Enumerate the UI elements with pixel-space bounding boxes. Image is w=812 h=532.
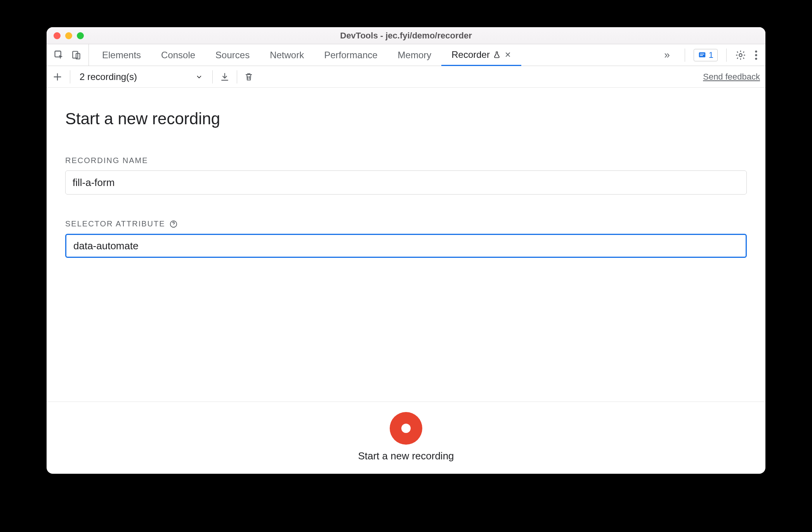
window-zoom-button[interactable] [77,32,84,39]
selector-attribute-field: SELECTOR ATTRIBUTE [65,219,747,258]
add-recording-icon[interactable] [52,71,63,82]
tab-label: Performance [324,50,377,61]
start-recording-label: Start a new recording [358,450,454,462]
kebab-menu-icon[interactable] [755,50,758,61]
recorder-content: Start a new recording RECORDING NAME SEL… [47,88,765,474]
issues-badge[interactable]: 1 [694,49,718,61]
start-recording-button[interactable] [390,412,422,445]
send-feedback-link[interactable]: Send feedback [703,72,760,82]
tab-performance[interactable]: Performance [314,44,387,66]
download-icon[interactable] [220,72,230,82]
help-circle-icon[interactable] [169,220,178,228]
tab-recorder[interactable]: Recorder ✕ [441,44,521,66]
svg-point-8 [755,54,757,56]
window-minimize-button[interactable] [65,32,72,39]
record-dot-icon [401,424,411,433]
divider [70,70,70,83]
recorder-footer: Start a new recording [47,402,765,474]
tab-network[interactable]: Network [260,44,314,66]
tab-label: Memory [398,50,432,61]
divider [685,49,685,62]
recordings-count-label: 2 recording(s) [80,71,137,82]
svg-point-7 [755,50,757,52]
window-title: DevTools - jec.fyi/demo/recorder [47,31,765,41]
traffic-lights [47,32,84,39]
devtools-tabbar: Elements Console Sources Network Perform… [47,44,765,66]
experiment-flask-icon [493,51,501,59]
divider [212,70,213,83]
tab-label: Elements [102,50,141,61]
close-tab-icon[interactable]: ✕ [505,50,511,59]
tab-console[interactable]: Console [151,44,205,66]
recordings-dropdown[interactable]: 2 recording(s) [77,71,205,82]
svg-rect-1 [73,51,78,58]
selector-attribute-input[interactable] [65,234,747,258]
divider [237,70,237,83]
device-toolbar-icon[interactable] [71,50,82,60]
tab-sources[interactable]: Sources [205,44,260,66]
issues-count: 1 [709,50,713,60]
devtools-window: DevTools - jec.fyi/demo/recorder Element… [47,27,765,474]
svg-point-6 [739,54,742,56]
recording-name-label: RECORDING NAME [65,156,747,165]
recording-name-field: RECORDING NAME [65,156,747,195]
tab-label: Network [270,50,304,61]
svg-rect-5 [700,55,703,56]
page-title: Start a new recording [65,110,747,128]
tab-elements[interactable]: Elements [92,44,151,66]
tabs-overflow-icon[interactable]: » [657,44,677,66]
inspect-element-icon[interactable] [54,50,64,61]
svg-rect-3 [699,52,706,57]
recorder-toolbar: 2 recording(s) Send feedback [47,66,765,88]
recording-name-input[interactable] [65,170,747,195]
window-titlebar: DevTools - jec.fyi/demo/recorder [47,27,765,44]
delete-trash-icon[interactable] [244,72,253,82]
svg-point-9 [755,57,757,59]
tab-label: Console [161,50,195,61]
divider [726,49,727,62]
chevron-down-icon [195,73,203,81]
svg-rect-4 [700,54,704,54]
selector-attribute-label: SELECTOR ATTRIBUTE [65,219,165,228]
settings-gear-icon[interactable] [735,50,746,61]
tab-label: Sources [215,50,250,61]
tab-label: Recorder [451,49,490,60]
tab-memory[interactable]: Memory [388,44,442,66]
window-close-button[interactable] [54,32,61,39]
